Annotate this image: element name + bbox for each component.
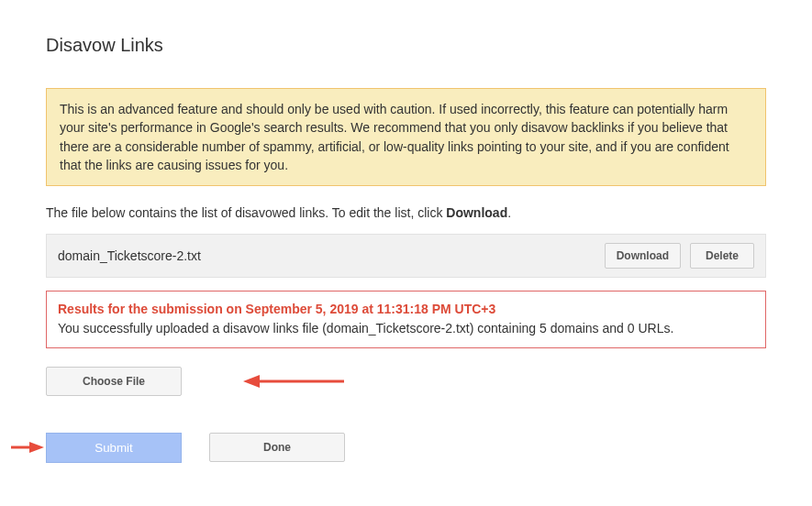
done-button[interactable]: Done: [209, 433, 345, 462]
file-row: domain_Ticketscore-2.txt Download Delete: [46, 234, 766, 278]
file-name: domain_Ticketscore-2.txt: [58, 248, 201, 263]
instruction-text: The file below contains the list of disa…: [46, 204, 766, 223]
file-actions: Download Delete: [605, 243, 754, 269]
result-box: Results for the submission on September …: [46, 291, 766, 348]
delete-button[interactable]: Delete: [690, 243, 754, 269]
choose-file-button[interactable]: Choose File: [46, 367, 182, 396]
arrow-annotation-icon: [243, 372, 344, 390]
warning-box: This is an advanced feature and should o…: [46, 88, 766, 186]
action-row: Submit Done: [46, 433, 766, 463]
page-title: Disavow Links: [46, 35, 766, 56]
download-button[interactable]: Download: [605, 243, 681, 269]
choose-file-row: Choose File: [46, 367, 766, 396]
svg-marker-1: [243, 375, 260, 388]
result-body: You successfully uploaded a disavow link…: [58, 320, 754, 338]
instruction-bold: Download: [446, 205, 507, 220]
arrow-annotation-icon: [11, 440, 44, 455]
submit-button[interactable]: Submit: [46, 433, 182, 463]
svg-marker-3: [29, 442, 44, 453]
instruction-prefix: The file below contains the list of disa…: [46, 205, 446, 220]
result-heading: Results for the submission on September …: [58, 301, 754, 319]
instruction-suffix: .: [507, 205, 511, 220]
